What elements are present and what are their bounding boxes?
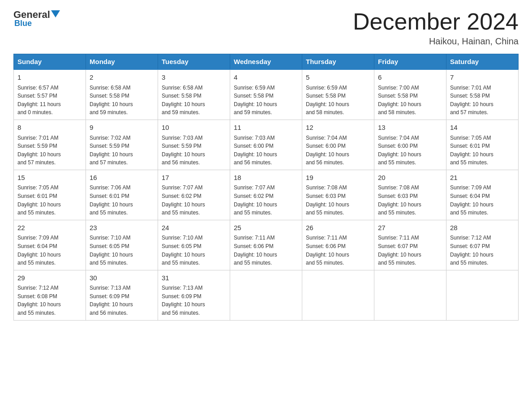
calendar-cell: 9Sunrise: 7:02 AM Sunset: 5:59 PM Daylig… [86,120,158,170]
calendar-cell: 12Sunrise: 7:04 AM Sunset: 6:00 PM Dayli… [302,120,374,170]
calendar-week-row: 8Sunrise: 7:01 AM Sunset: 5:59 PM Daylig… [14,120,519,170]
calendar-table: SundayMondayTuesdayWednesdayThursdayFrid… [13,54,519,320]
day-number: 25 [234,223,298,233]
calendar-cell: 18Sunrise: 7:07 AM Sunset: 6:02 PM Dayli… [230,170,302,220]
column-header-monday: Monday [86,54,158,70]
day-info: Sunrise: 7:04 AM Sunset: 6:00 PM Dayligh… [378,134,442,167]
calendar-cell: 15Sunrise: 7:05 AM Sunset: 6:01 PM Dayli… [14,170,86,220]
day-info: Sunrise: 7:13 AM Sunset: 6:09 PM Dayligh… [90,284,154,317]
calendar-cell: 31Sunrise: 7:13 AM Sunset: 6:09 PM Dayli… [158,270,230,320]
day-number: 8 [17,123,82,133]
day-info: Sunrise: 6:58 AM Sunset: 5:58 PM Dayligh… [90,84,154,117]
calendar-cell: 20Sunrise: 7:08 AM Sunset: 6:03 PM Dayli… [374,170,446,220]
day-number: 7 [450,73,515,83]
day-info: Sunrise: 7:01 AM Sunset: 5:58 PM Dayligh… [450,84,515,117]
title-block: December 2024 Haikou, Hainan, China [353,9,519,47]
calendar-cell: 17Sunrise: 7:07 AM Sunset: 6:02 PM Dayli… [158,170,230,220]
day-number: 4 [234,73,298,83]
calendar-cell [302,270,374,320]
calendar-cell: 2Sunrise: 6:58 AM Sunset: 5:58 PM Daylig… [86,69,158,120]
day-info: Sunrise: 7:11 AM Sunset: 6:07 PM Dayligh… [378,234,442,267]
day-number: 9 [90,123,154,133]
column-header-thursday: Thursday [302,54,374,70]
day-info: Sunrise: 7:00 AM Sunset: 5:58 PM Dayligh… [378,84,442,117]
calendar-week-row: 1Sunrise: 6:57 AM Sunset: 5:57 PM Daylig… [14,69,519,120]
day-number: 19 [306,173,370,183]
day-info: Sunrise: 7:11 AM Sunset: 6:06 PM Dayligh… [306,234,370,267]
page-header: General Blue December 2024 Haikou, Haina… [13,9,519,47]
calendar-header-row: SundayMondayTuesdayWednesdayThursdayFrid… [14,54,519,70]
day-info: Sunrise: 7:03 AM Sunset: 6:00 PM Dayligh… [234,134,298,167]
day-number: 24 [162,223,226,233]
day-number: 10 [162,123,226,133]
day-info: Sunrise: 7:09 AM Sunset: 6:04 PM Dayligh… [17,234,82,267]
calendar-cell: 6Sunrise: 7:00 AM Sunset: 5:58 PM Daylig… [374,69,446,120]
column-header-saturday: Saturday [446,54,519,70]
day-number: 26 [306,223,370,233]
calendar-cell: 28Sunrise: 7:12 AM Sunset: 6:07 PM Dayli… [446,220,519,270]
day-number: 12 [306,123,370,133]
calendar-cell: 29Sunrise: 7:12 AM Sunset: 6:08 PM Dayli… [14,270,86,320]
day-info: Sunrise: 7:11 AM Sunset: 6:06 PM Dayligh… [234,234,298,267]
calendar-cell: 21Sunrise: 7:09 AM Sunset: 6:04 PM Dayli… [446,170,519,220]
day-number: 11 [234,123,298,133]
calendar-cell: 11Sunrise: 7:03 AM Sunset: 6:00 PM Dayli… [230,120,302,170]
logo-blue-text: Blue [14,19,32,28]
calendar-cell [446,270,519,320]
logo: General Blue [13,9,61,28]
day-number: 28 [450,223,515,233]
day-number: 23 [90,223,154,233]
day-info: Sunrise: 7:10 AM Sunset: 6:05 PM Dayligh… [90,234,154,267]
day-info: Sunrise: 6:59 AM Sunset: 5:58 PM Dayligh… [306,84,370,117]
column-header-sunday: Sunday [14,54,86,70]
column-header-wednesday: Wednesday [230,54,302,70]
day-number: 29 [17,273,82,283]
day-number: 1 [17,73,82,83]
calendar-cell: 25Sunrise: 7:11 AM Sunset: 6:06 PM Dayli… [230,220,302,270]
day-info: Sunrise: 7:07 AM Sunset: 6:02 PM Dayligh… [162,184,226,217]
calendar-cell: 27Sunrise: 7:11 AM Sunset: 6:07 PM Dayli… [374,220,446,270]
day-info: Sunrise: 7:02 AM Sunset: 5:59 PM Dayligh… [90,134,154,167]
column-header-friday: Friday [374,54,446,70]
calendar-cell: 10Sunrise: 7:03 AM Sunset: 5:59 PM Dayli… [158,120,230,170]
calendar-cell: 4Sunrise: 6:59 AM Sunset: 5:58 PM Daylig… [230,69,302,120]
calendar-cell: 13Sunrise: 7:04 AM Sunset: 6:00 PM Dayli… [374,120,446,170]
calendar-cell: 14Sunrise: 7:05 AM Sunset: 6:01 PM Dayli… [446,120,519,170]
day-info: Sunrise: 6:58 AM Sunset: 5:58 PM Dayligh… [162,84,226,117]
day-number: 21 [450,173,515,183]
day-info: Sunrise: 6:59 AM Sunset: 5:58 PM Dayligh… [234,84,298,117]
calendar-cell: 19Sunrise: 7:08 AM Sunset: 6:03 PM Dayli… [302,170,374,220]
day-info: Sunrise: 7:06 AM Sunset: 6:01 PM Dayligh… [90,184,154,217]
day-number: 22 [17,223,82,233]
calendar-week-row: 22Sunrise: 7:09 AM Sunset: 6:04 PM Dayli… [14,220,519,270]
day-number: 17 [162,173,226,183]
day-number: 18 [234,173,298,183]
day-info: Sunrise: 7:05 AM Sunset: 6:01 PM Dayligh… [450,134,515,167]
day-number: 14 [450,123,515,133]
day-info: Sunrise: 7:08 AM Sunset: 6:03 PM Dayligh… [306,184,370,217]
calendar-cell: 7Sunrise: 7:01 AM Sunset: 5:58 PM Daylig… [446,69,519,120]
day-info: Sunrise: 7:13 AM Sunset: 6:09 PM Dayligh… [162,284,226,317]
day-number: 15 [17,173,82,183]
day-info: Sunrise: 7:05 AM Sunset: 6:01 PM Dayligh… [17,184,82,217]
day-number: 27 [378,223,442,233]
calendar-cell: 16Sunrise: 7:06 AM Sunset: 6:01 PM Dayli… [86,170,158,220]
day-info: Sunrise: 7:01 AM Sunset: 5:59 PM Dayligh… [17,134,82,167]
calendar-week-row: 29Sunrise: 7:12 AM Sunset: 6:08 PM Dayli… [14,270,519,320]
column-header-tuesday: Tuesday [158,54,230,70]
day-info: Sunrise: 7:03 AM Sunset: 5:59 PM Dayligh… [162,134,226,167]
calendar-cell: 1Sunrise: 6:57 AM Sunset: 5:57 PM Daylig… [14,69,86,120]
day-info: Sunrise: 7:04 AM Sunset: 6:00 PM Dayligh… [306,134,370,167]
calendar-cell: 5Sunrise: 6:59 AM Sunset: 5:58 PM Daylig… [302,69,374,120]
day-info: Sunrise: 6:57 AM Sunset: 5:57 PM Dayligh… [17,84,82,117]
calendar-week-row: 15Sunrise: 7:05 AM Sunset: 6:01 PM Dayli… [14,170,519,220]
calendar-cell [374,270,446,320]
day-info: Sunrise: 7:10 AM Sunset: 6:05 PM Dayligh… [162,234,226,267]
day-info: Sunrise: 7:12 AM Sunset: 6:07 PM Dayligh… [450,234,515,267]
day-number: 5 [306,73,370,83]
day-info: Sunrise: 7:08 AM Sunset: 6:03 PM Dayligh… [378,184,442,217]
calendar-cell [230,270,302,320]
calendar-cell: 24Sunrise: 7:10 AM Sunset: 6:05 PM Dayli… [158,220,230,270]
logo-triangle-icon [51,10,60,17]
month-title: December 2024 [353,9,519,34]
